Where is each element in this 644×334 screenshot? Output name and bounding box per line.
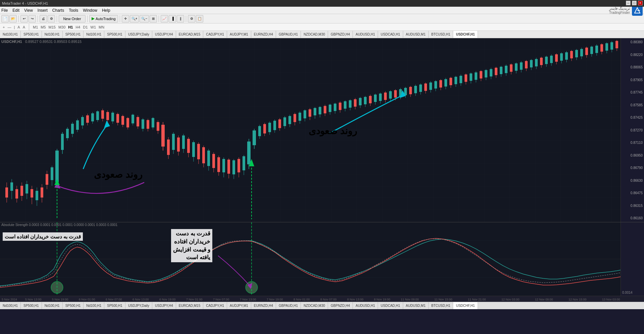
svg-rect-39 (86, 115, 89, 123)
btm-tab-btcusd[interactable]: BTCUSD,H1 (429, 302, 453, 309)
indicator-button[interactable]: ⚙ (188, 15, 195, 22)
btm-tab-usdjpy-h4[interactable]: USDJPY,H4 (152, 302, 176, 309)
new-chart-button[interactable]: 📄 (1, 15, 9, 22)
btm-tab-audjpy[interactable]: AUDJPY,M1 (227, 302, 251, 309)
sym-tab-usdcad-h1[interactable]: USDCAD,H1 (378, 31, 403, 38)
svg-rect-195 (480, 71, 482, 78)
svg-rect-225 (555, 54, 558, 62)
sym-tab-gbpnzd-h4[interactable]: GBPNZD,H4 (328, 31, 353, 38)
print-button[interactable]: 🖨 (40, 15, 47, 22)
price-13: 0.86315 (622, 204, 643, 208)
btm-tab-audusd[interactable]: AUDUSD,H1 (353, 302, 378, 309)
btm-tab-eurcad[interactable]: EURCAD,M15 (176, 302, 203, 309)
svg-rect-169 (414, 86, 417, 93)
separator-3 (57, 15, 57, 22)
menu-tools[interactable]: Tools (69, 8, 78, 13)
btm-tab-nd100-3[interactable]: Nd100,H1 (84, 302, 104, 309)
svg-rect-123 (299, 113, 301, 121)
redo-button[interactable]: ↪ (29, 15, 36, 22)
sym-tab-sp500h1-2[interactable]: SP500,H1 (63, 31, 84, 38)
menu-file[interactable]: File (1, 8, 8, 13)
chart-symbol: USDCHF,H1 (1, 40, 22, 44)
templates-button[interactable]: 📋 (196, 15, 203, 22)
candle-button[interactable]: ▐ (169, 15, 176, 22)
btm-tab-audusd-m1[interactable]: AUDUSD,M1 (403, 302, 429, 309)
svg-rect-43 (96, 111, 99, 120)
btm-tab-nd100[interactable]: Nd100,H1 (0, 302, 21, 309)
main-chart[interactable]: USDCHF,H1 0.89527 0.89531 0.89503 0.8951… (0, 38, 644, 222)
btm-tab-usdjpy-d[interactable]: USDJPY,Daily (125, 302, 152, 309)
menu-window[interactable]: Window (83, 8, 97, 13)
crosshair-button[interactable]: ✛ (122, 15, 129, 22)
svg-rect-147 (359, 98, 362, 105)
tf-w1[interactable]: W1 (91, 25, 96, 29)
tf-sep (29, 24, 29, 31)
menu-edit[interactable]: Edit (12, 8, 19, 13)
svg-rect-25 (51, 167, 53, 180)
sym-tab-nd100h1-3[interactable]: Nd100.H1 (84, 31, 104, 38)
sym-tab-eurnzd-h4[interactable]: EURNZD,H4 (251, 31, 276, 38)
sym-tab-btcusd-h1[interactable]: BTCUSD,H1 (429, 31, 453, 38)
sym-tab-nd100h1-2[interactable]: Nd100.H1 (42, 31, 63, 38)
sym-tab-audusd-h1[interactable]: AUDUSD,H1 (353, 31, 378, 38)
zoom-out-button[interactable]: 🔍− (140, 15, 149, 22)
auto-trading-button[interactable]: ▶ AutoTrading (89, 15, 118, 22)
svg-rect-217 (535, 59, 538, 66)
tf-m5[interactable]: M5 (41, 25, 46, 29)
sym-tab-usdchf-h1[interactable]: USDCHF,H1 (453, 31, 478, 38)
sym-tab-audusd-m1[interactable]: AUDUSD,M1 (403, 31, 429, 38)
tf-m30[interactable]: M30 (58, 25, 65, 29)
bar-chart-button[interactable]: ∥ (177, 15, 184, 22)
sym-tab-usdjpy-daily[interactable]: USDJPY,Daily (125, 31, 152, 38)
svg-rect-183 (449, 78, 452, 85)
sym-tab-nd100h1[interactable]: Nd100,H1 (0, 31, 21, 38)
svg-text:6 Nov 07:00: 6 Nov 07:00 (106, 298, 122, 301)
minimize-button[interactable]: ─ (626, 1, 631, 5)
btm-tab-usdcad[interactable]: USDCAD,H1 (378, 302, 403, 309)
tf-mn[interactable]: MN (99, 25, 104, 29)
sym-tab-eurcad-m15[interactable]: EURCAD,M15 (176, 31, 203, 38)
new-order-button[interactable]: New Order (59, 15, 86, 22)
svg-rect-171 (419, 85, 422, 92)
sym-tab-usdjpy-h4[interactable]: USDJPY,H4 (152, 31, 176, 38)
btm-tab-eurnzd[interactable]: EURNZD,H4 (251, 302, 276, 309)
expert-advisor-button[interactable]: ⚙ (48, 15, 55, 22)
svg-rect-37 (81, 117, 84, 125)
close-button[interactable]: ✕ (638, 1, 643, 5)
sym-tab-audjpy-m1[interactable]: AUDJPY,M1 (227, 31, 251, 38)
btm-tab-usdchf[interactable]: USDCHF,H1 (453, 302, 478, 309)
btm-tab-nd100-2[interactable]: Nd100,H1 (42, 302, 63, 309)
open-button[interactable]: 📂 (9, 15, 17, 22)
btm-tab-gbpaud[interactable]: GBPAUD,H1 (276, 302, 301, 309)
menu-insert[interactable]: Insert (38, 8, 48, 13)
tf-h4[interactable]: H4 (75, 25, 80, 29)
sym-tab-nzdcad-m30[interactable]: NZDCAD,M30 (301, 31, 328, 38)
svg-rect-193 (475, 72, 477, 80)
undo-button[interactable]: ↩ (20, 15, 28, 22)
sym-tab-sp500h1[interactable]: SP500,H1 (21, 31, 42, 38)
tf-m1[interactable]: M1 (33, 25, 38, 29)
btm-tab-cadjpy[interactable]: CADJPY,H1 (203, 302, 227, 309)
tf-h1[interactable]: H1 (68, 25, 73, 29)
zoom-fit-button[interactable]: ⊞ (150, 15, 157, 22)
svg-rect-101 (243, 156, 245, 170)
sym-tab-sp500h1-3[interactable]: SP500,H1 (104, 31, 125, 38)
btm-tab-sp500-3[interactable]: SP500,H1 (104, 302, 125, 309)
btm-tab-sp500-2[interactable]: SP500,H1 (63, 302, 84, 309)
menu-charts[interactable]: Charts (52, 8, 64, 13)
menu-help[interactable]: Help (102, 8, 110, 13)
maximize-button[interactable]: □ (632, 1, 637, 5)
tf-m15[interactable]: M15 (49, 25, 56, 29)
btm-tab-gbpnzd[interactable]: GBPNZD,H4 (328, 302, 353, 309)
btm-tab-nzdcad[interactable]: NZDCAD,M30 (301, 302, 328, 309)
sym-tab-cadjpy-h1[interactable]: CADJPY,H1 (203, 31, 227, 38)
line-chart-button[interactable]: 📈 (161, 15, 168, 22)
sym-tab-gbpaud-h1[interactable]: GBPAUD,H1 (276, 31, 301, 38)
zoom-in-button[interactable]: 🔍+ (130, 15, 139, 22)
menu-view[interactable]: View (24, 8, 33, 13)
svg-rect-95 (227, 160, 230, 174)
btm-tab-sp500[interactable]: SP500,H1 (21, 302, 42, 309)
price-14: 0.86160 (622, 216, 643, 220)
svg-rect-219 (540, 58, 543, 65)
tf-d1[interactable]: D1 (83, 25, 88, 29)
